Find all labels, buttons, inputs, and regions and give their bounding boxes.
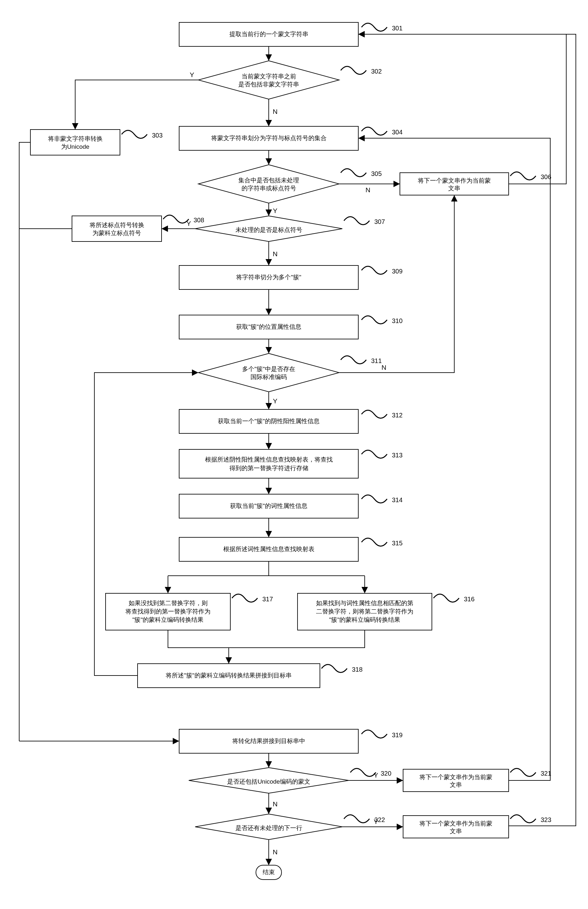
node-320-label: 是否还包括Unicode编码的蒙文 bbox=[227, 778, 310, 785]
edge-label: Y bbox=[186, 220, 191, 227]
node-307-label: 未处理的是否是标点符号 bbox=[236, 226, 302, 233]
edge-label: N bbox=[381, 364, 386, 371]
step-number: 310 bbox=[392, 317, 402, 325]
step-number: 316 bbox=[464, 596, 475, 602]
node-317-label-b: 将查找得到的第一替换字符作为 bbox=[125, 608, 210, 615]
edge-label: Y bbox=[273, 207, 277, 214]
node-308 bbox=[72, 216, 162, 242]
step-number: 323 bbox=[541, 816, 551, 823]
node-321-label-a: 将下一个蒙文串作为当前蒙 bbox=[419, 774, 492, 780]
step-number: 309 bbox=[392, 268, 402, 275]
step-number: 313 bbox=[392, 452, 402, 459]
node-311-label-b: 国际标准编码 bbox=[250, 374, 287, 380]
node-302-label-b: 是否包括非蒙文字符串 bbox=[238, 81, 299, 88]
node-306-label-b: 文串 bbox=[448, 185, 460, 192]
node-321-label-b: 文串 bbox=[450, 781, 462, 788]
node-313 bbox=[179, 449, 358, 478]
node-304-label: 将蒙文字符串划分为字符与标点符号的集合 bbox=[211, 135, 326, 141]
edge-label: N bbox=[273, 108, 277, 115]
node-301-label: 提取当前行的一个蒙文字符串 bbox=[229, 31, 309, 37]
node-302 bbox=[198, 61, 339, 99]
node-319-label: 将转化结果拼接到目标串中 bbox=[232, 738, 305, 744]
step-number: 308 bbox=[194, 216, 204, 224]
node-322-label: 是否还有未处理的下一行 bbox=[236, 825, 302, 831]
step-number: 315 bbox=[392, 539, 402, 547]
node-309-label: 将字符串切分为多个"簇" bbox=[236, 274, 301, 281]
step-number: 303 bbox=[152, 132, 163, 139]
node-314-label: 获取当前"簇"的词性属性信息 bbox=[230, 502, 307, 509]
node-305-label-b: 的字符串或标点符号 bbox=[242, 185, 296, 192]
node-310-label: 获取"簇"的位置属性信息 bbox=[236, 323, 301, 330]
step-number: 302 bbox=[371, 68, 382, 75]
step-number: 311 bbox=[371, 357, 382, 364]
step-number: 301 bbox=[392, 25, 402, 32]
step-number: 312 bbox=[392, 412, 402, 419]
node-313-label-a: 根据所述阴性阳性属性信息查找映射表，将查找 bbox=[205, 456, 333, 463]
node-316-label-b: 二替换字符，则将第二替换字符作为 bbox=[316, 608, 414, 615]
node-323-label-b: 文串 bbox=[450, 828, 462, 835]
node-302-label-a: 当前蒙文字符串之前 bbox=[242, 73, 296, 80]
node-312-label: 获取当前一个"簇"的阴性阳性属性信息 bbox=[218, 418, 320, 425]
step-number: 306 bbox=[541, 173, 551, 181]
node-305-label-a: 集合中是否包括未处理 bbox=[238, 177, 299, 184]
node-303-label-a: 将非蒙文字符串转换 bbox=[48, 135, 103, 142]
edge-label: Y bbox=[273, 397, 277, 405]
step-number: 304 bbox=[392, 129, 402, 136]
edge-label: Y bbox=[190, 71, 194, 78]
edge-label: N bbox=[273, 800, 277, 807]
node-311-label-a: 多个"簇"中是否存在 bbox=[242, 366, 295, 372]
node-311 bbox=[198, 354, 339, 392]
step-number: 314 bbox=[392, 496, 402, 504]
step-number: 319 bbox=[392, 731, 402, 738]
step-number: 317 bbox=[262, 596, 273, 602]
edge-label: Y bbox=[374, 818, 378, 825]
node-316-label-a: 如果找到与词性属性信息相匹配的第 bbox=[316, 600, 414, 606]
flowchart: 提取当前行的一个蒙文字符串 301 当前蒙文字符串之前 是否包括非蒙文字符串 3… bbox=[0, 0, 588, 909]
node-303-label-b: 为Unicode bbox=[61, 143, 90, 150]
node-323-label-a: 将下一个蒙文串作为当前蒙 bbox=[419, 820, 492, 827]
node-317-label-c: "簇"的蒙科立编码转换结果 bbox=[132, 616, 204, 623]
edge-label: N bbox=[273, 848, 277, 856]
node-318-label: 将所述"簇"的蒙科立编码转换结果拼接到目标串 bbox=[165, 672, 292, 679]
step-number: 320 bbox=[381, 770, 391, 777]
node-317-label-a: 如果没找到第二替换字符，则 bbox=[129, 600, 208, 606]
node-315-label: 根据所述词性属性信息查找映射表 bbox=[223, 546, 315, 552]
edge-label: Y bbox=[374, 772, 378, 779]
node-303 bbox=[31, 129, 120, 155]
edge-label: N bbox=[273, 250, 277, 257]
edge-label: N bbox=[365, 186, 370, 194]
node-308-label-a: 将所述标点符号转换 bbox=[89, 222, 144, 228]
step-number: 321 bbox=[541, 770, 551, 777]
node-end-label: 结束 bbox=[263, 869, 275, 875]
step-number: 318 bbox=[352, 666, 362, 673]
node-313-label-b: 得到的第一替换字符进行存储 bbox=[229, 465, 309, 471]
node-305 bbox=[198, 165, 339, 203]
step-number: 307 bbox=[374, 218, 385, 225]
node-316-label-c: "簇"的蒙科立编码转换结果 bbox=[329, 616, 401, 623]
step-number: 305 bbox=[371, 170, 382, 177]
node-308-label-b: 为蒙科立标点符号 bbox=[92, 230, 141, 236]
node-306-label-a: 将下一个蒙文串作为当前蒙 bbox=[417, 177, 491, 184]
